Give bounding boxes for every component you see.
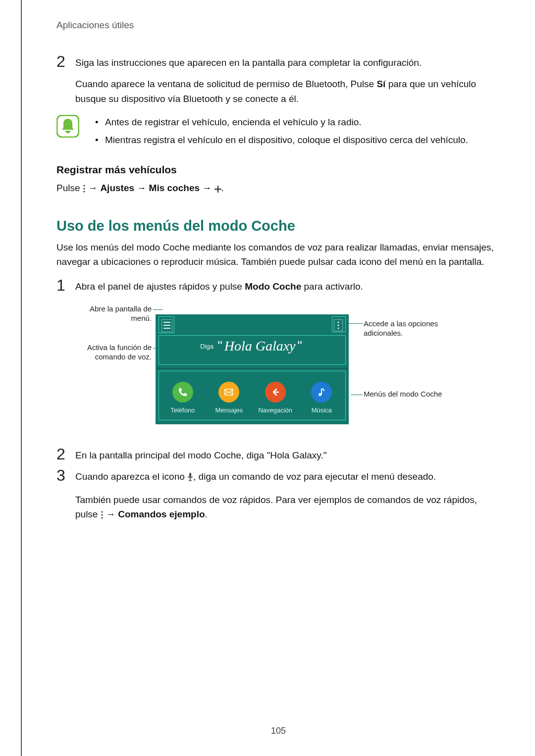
step-body: Abra el panel de ajustes rápidos y pulse… [75,279,500,294]
note-2: Mientras registra el vehículo en el disp… [105,133,468,147]
section-body: Use los menús del modo Coche mediante lo… [56,240,500,269]
msg-label: Mensajes [215,406,243,414]
notification-icon [56,115,79,138]
svg-rect-16 [321,389,322,395]
phone-label: Teléfono [170,406,195,414]
step-text: Siga las instrucciones que aparecen en l… [75,57,422,68]
svg-point-2 [83,188,85,190]
hola-galaxy: Hola Galaxy [224,338,296,354]
callout-menus: Menús del modo Coche [364,390,443,399]
svg-point-12 [337,324,339,326]
callout-menu: Abre la pantalla de menú. [77,304,152,323]
s1-bold: Modo Coche [245,281,301,292]
s3-d: . [205,509,208,519]
bullet-dot: • [95,133,105,147]
page-number: 105 [22,726,535,736]
step-1b-row: 1 Abra el panel de ajustes rápidos y pul… [56,279,500,294]
svg-point-3 [83,191,85,193]
svg-rect-9 [163,328,170,329]
svg-rect-18 [190,478,191,480]
screen-bottom: Teléfono Mensajes Navegación [156,369,349,424]
callout-options: Accede a las opciones adicionales. [364,319,458,338]
mis-coches-label: Mis coches [149,183,200,193]
more-vert-icon [101,508,104,523]
note-block: • Antes de registrar el vehículo, encien… [56,115,500,150]
svg-rect-14 [225,389,233,395]
more-vert-icon [83,182,86,197]
para-a: Cuando aparece la ventana de solicitud d… [75,79,376,89]
s3-a: Cuando aparezca el icono [75,471,187,482]
step-body: En la pantalla principal del modo Coche,… [75,448,500,462]
section-heading: Uso de los menús del modo Coche [56,218,500,234]
plus-icon [214,182,221,197]
step-number: 2 [56,446,75,462]
svg-point-11 [337,321,339,323]
phone-button[interactable]: Teléfono [161,382,205,414]
period: . [221,183,224,193]
callout-voice: Activa la función de comando de voz. [62,343,152,362]
screen-top: Diga "Hola Galaxy" [156,314,349,369]
microphone-icon [187,471,193,485]
figure: Abre la pantalla de menú. Activa la func… [56,304,500,433]
s3-bold: Comandos ejemplo [118,509,205,519]
more-options-icon[interactable] [334,319,343,333]
messages-button[interactable]: Mensajes [207,382,251,414]
nav-label: Navegación [258,406,292,414]
voice-prompt[interactable]: Diga "Hola Galaxy" [156,338,349,354]
pulse-label: Pulse [56,183,83,193]
svg-rect-19 [189,480,192,481]
s1-b: para activarlo. [301,281,363,292]
step-number: 2 [56,53,75,69]
svg-rect-5 [214,189,221,190]
svg-point-21 [101,514,103,516]
step-2b-row: 2 En la pantalla principal del modo Coch… [56,448,500,462]
register-heading: Registrar más vehículos [56,164,500,176]
music-icon [311,382,332,403]
step-number: 1 [56,277,75,293]
register-body: Pulse → Ajustes → Mis coches → . [56,181,500,197]
step-body: Cuando aparezca el icono , diga un coman… [75,469,500,523]
svg-point-13 [337,327,339,329]
page-header: Aplicaciones útiles [56,20,500,31]
s1-a: Abra el panel de ajustes rápidos y pulse [75,281,245,292]
step-body: Siga las instrucciones que aparecen en l… [75,55,500,106]
phone-icon [172,382,193,403]
para-bold: Sí [376,79,385,89]
step-2-row: 2 Siga las instrucciones que aparecen en… [56,55,500,106]
note-1: Antes de registrar el vehículo, encienda… [105,115,362,129]
message-icon [218,382,239,403]
music-label: Música [312,406,332,414]
car-mode-screen: Diga "Hola Galaxy" Teléfono Mensajes [156,314,349,423]
step-3-row: 3 Cuando aparezca el icono , diga un com… [56,469,500,523]
svg-rect-7 [163,322,170,323]
nav-icon [265,382,286,403]
svg-point-1 [83,185,85,187]
svg-rect-8 [163,325,170,326]
s3-b: , diga un comando de voz para ejecutar e… [193,471,436,482]
navigation-button[interactable]: Navegación [254,382,297,414]
ajustes-label: Ajustes [100,183,134,193]
step-number: 3 [56,467,75,483]
svg-rect-17 [189,473,191,477]
hamburger-icon[interactable] [161,319,172,334]
bullet-dot: • [95,115,105,129]
svg-point-22 [101,517,103,519]
music-button[interactable]: Música [300,382,343,414]
diga-label: Diga [200,342,214,350]
svg-point-20 [101,511,103,513]
